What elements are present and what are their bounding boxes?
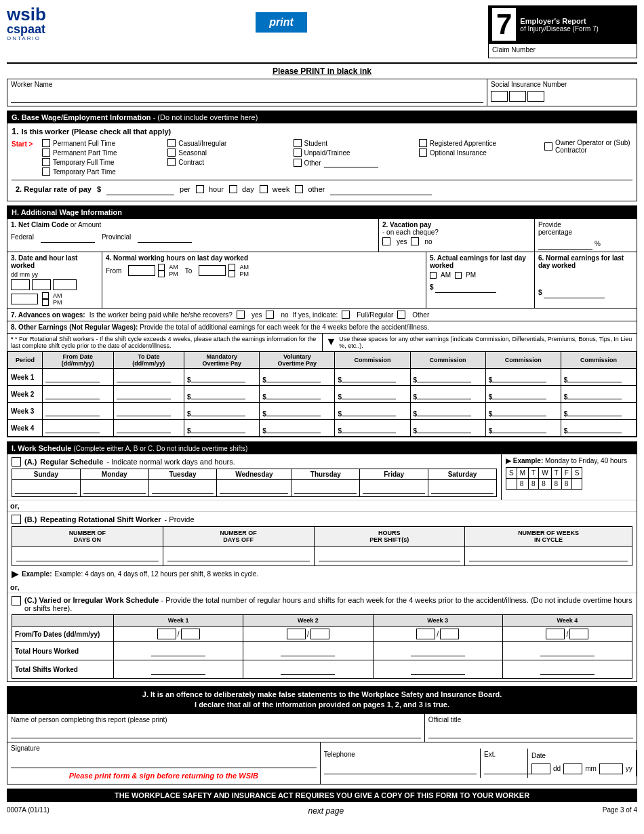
- checkbox-to-am[interactable]: [228, 264, 235, 271]
- week2-comm4-input[interactable]: [567, 387, 622, 399]
- checkbox-optional-ins-box[interactable]: [419, 148, 427, 157]
- varied-w2-hours[interactable]: [243, 642, 373, 660]
- thursday-input[interactable]: [294, 481, 357, 494]
- percentage-input[interactable]: [538, 237, 592, 250]
- weeks-cycle-input[interactable]: [469, 549, 628, 561]
- w4-from-date[interactable]: [546, 629, 565, 639]
- print-button[interactable]: print: [256, 12, 307, 33]
- w1-to-date[interactable]: [181, 629, 200, 639]
- checkbox-other-pay-box[interactable]: [295, 185, 303, 193]
- saturday-input[interactable]: [431, 481, 494, 494]
- varied-w1-hours[interactable]: [114, 642, 243, 660]
- week1-from[interactable]: [42, 369, 113, 386]
- week2-from-input[interactable]: [45, 387, 100, 399]
- worker-name-input[interactable]: [11, 91, 483, 103]
- checkbox-casual-box[interactable]: [167, 139, 176, 147]
- days-on-input[interactable]: [16, 549, 159, 561]
- provincial-input[interactable]: [138, 231, 192, 243]
- checkbox-seasonal-box[interactable]: [167, 148, 176, 157]
- week2-comm2-input[interactable]: [417, 387, 471, 399]
- checkbox-week-box[interactable]: [260, 185, 268, 193]
- j-title-input[interactable]: [428, 726, 633, 738]
- j-dd-input[interactable]: [531, 763, 550, 774]
- varied-w1-shifts[interactable]: [114, 660, 243, 679]
- sin-input-1[interactable]: [491, 91, 508, 102]
- checkbox-unpaid-box[interactable]: [294, 148, 302, 157]
- date-dd-input[interactable]: [11, 279, 30, 290]
- w3-hours-input[interactable]: [411, 644, 465, 656]
- j-telephone-input[interactable]: [324, 762, 477, 774]
- varied-w3-dates[interactable]: /: [373, 627, 502, 642]
- j-yy-input[interactable]: [599, 763, 623, 774]
- date-yy-input[interactable]: [53, 279, 77, 290]
- week4-to-input[interactable]: [117, 421, 171, 433]
- sunday-input[interactable]: [15, 481, 77, 494]
- week4-comm2-input[interactable]: [417, 421, 471, 433]
- tuesday-input[interactable]: [152, 481, 214, 494]
- checkbox-q5-am[interactable]: [430, 272, 437, 279]
- week2-voluntary-input[interactable]: [266, 387, 321, 399]
- week1-mandatory-input[interactable]: [191, 370, 245, 382]
- varied-w3-shifts[interactable]: [373, 660, 502, 679]
- w2-hours-input[interactable]: [281, 644, 335, 656]
- w4-shifts-input[interactable]: [540, 662, 595, 675]
- date-mm-input[interactable]: [32, 279, 51, 290]
- week1-voluntary-input[interactable]: [266, 370, 321, 382]
- q5-earnings-input[interactable]: [435, 281, 496, 293]
- w3-to-date[interactable]: [440, 629, 459, 639]
- checkbox-permanent-full-box[interactable]: [42, 139, 50, 147]
- checkbox-temp-full-box[interactable]: [42, 158, 50, 166]
- week2-to-input[interactable]: [117, 387, 171, 399]
- week2-comm1-input[interactable]: [342, 387, 396, 399]
- checkbox-from-am[interactable]: [158, 264, 165, 271]
- checkbox-vacation-yes[interactable]: [382, 237, 390, 245]
- week3-comm4-input[interactable]: [567, 404, 622, 416]
- w1-from-date[interactable]: [157, 629, 176, 639]
- checkbox-schedule-a[interactable]: [12, 457, 21, 466]
- week1-to[interactable]: [113, 369, 184, 386]
- week2-comm3-input[interactable]: [492, 387, 546, 399]
- week1-comm2-input[interactable]: [417, 370, 471, 382]
- week4-comm4-input[interactable]: [567, 421, 622, 433]
- hours-shift-input[interactable]: [319, 549, 461, 561]
- checkbox-from-pm[interactable]: [158, 271, 165, 277]
- sin-input-3[interactable]: [527, 91, 544, 102]
- varied-w3-hours[interactable]: [373, 642, 502, 660]
- checkbox-contract-box[interactable]: [167, 158, 176, 166]
- other-text-input[interactable]: [324, 158, 378, 167]
- varied-w4-hours[interactable]: [502, 642, 632, 660]
- time-input[interactable]: [11, 294, 38, 304]
- week2-mandatory-input[interactable]: [191, 387, 245, 399]
- checkbox-q5-pm[interactable]: [455, 272, 462, 279]
- checkbox-schedule-c[interactable]: [12, 596, 21, 605]
- checkbox-owner-op-box[interactable]: [544, 142, 552, 151]
- w2-to-date[interactable]: [310, 629, 329, 639]
- checkbox-q7-no[interactable]: [266, 311, 274, 319]
- federal-input[interactable]: [41, 231, 95, 243]
- week3-comm2-input[interactable]: [417, 404, 471, 416]
- other-pay-input[interactable]: [330, 183, 432, 195]
- w1-hours-input[interactable]: [151, 644, 205, 656]
- week3-comm1-input[interactable]: [342, 404, 396, 416]
- checkbox-schedule-b[interactable]: [12, 515, 21, 524]
- varied-w2-shifts[interactable]: [243, 660, 373, 679]
- week3-mandatory-input[interactable]: [191, 404, 245, 416]
- sin-input-2[interactable]: [509, 91, 526, 102]
- q6-earnings-input[interactable]: [544, 286, 605, 298]
- week4-comm1-input[interactable]: [342, 421, 396, 433]
- monday-input[interactable]: [83, 481, 146, 494]
- week3-comm3-input[interactable]: [492, 404, 546, 416]
- varied-w4-shifts[interactable]: [502, 660, 632, 679]
- checkbox-other-col3-box[interactable]: [294, 159, 302, 167]
- week1-comm4-input[interactable]: [567, 370, 622, 382]
- checkbox-apprentice-box[interactable]: [419, 139, 427, 147]
- w4-to-date[interactable]: [569, 629, 588, 639]
- checkbox-vacation-no[interactable]: [411, 237, 419, 245]
- days-off-input[interactable]: [167, 549, 310, 561]
- checkbox-q7-yes[interactable]: [237, 311, 245, 319]
- w2-from-date[interactable]: [287, 629, 306, 639]
- checkbox-hour-box[interactable]: [196, 185, 204, 193]
- varied-w2-dates[interactable]: /: [243, 627, 373, 642]
- checkbox-temp-part-box[interactable]: [42, 167, 50, 176]
- week3-from-input[interactable]: [45, 404, 100, 416]
